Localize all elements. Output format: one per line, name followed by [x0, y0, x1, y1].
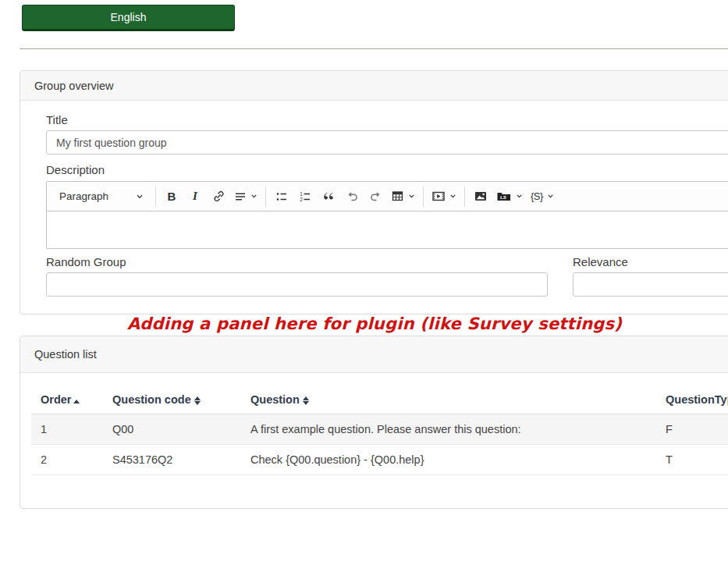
ls-expression-dropdown[interactable]: {S} — [527, 185, 558, 208]
cell-question-type: F — [656, 414, 728, 445]
question-list-panel: Question list Order Question code Questi… — [20, 336, 728, 509]
title-label: Title — [46, 113, 728, 126]
plugin-panel-notice: Adding a panel here for plugin (like Sur… — [0, 314, 728, 333]
question-list-panel-title: Question list — [20, 336, 728, 373]
title-input[interactable] — [46, 130, 728, 155]
chevron-down-icon — [136, 193, 144, 201]
cell-order: 2 — [31, 445, 103, 475]
toolbar-separator — [155, 187, 156, 207]
bulleted-list-icon — [275, 190, 288, 203]
description-editor-content[interactable] — [47, 211, 728, 248]
table-icon — [391, 190, 404, 203]
align-left-icon — [234, 190, 247, 203]
cell-question-code: S453176Q2 — [103, 445, 241, 475]
undo-icon — [346, 190, 359, 203]
description-field-group: Description Paragraph B I — [46, 163, 728, 249]
question-table-container: Order Question code Question QuestionTyp… — [31, 386, 728, 475]
bold-icon: B — [168, 190, 176, 203]
svg-text:2: 2 — [300, 197, 303, 202]
table-row[interactable]: 2 S453176Q2 Check {Q00.question} - {Q00.… — [31, 445, 728, 475]
numbered-list-button[interactable]: 1 2 — [293, 185, 317, 208]
block-quote-button[interactable] — [317, 185, 340, 208]
bulleted-list-button[interactable] — [270, 185, 293, 208]
sort-asc-icon — [73, 393, 80, 406]
question-table: Order Question code Question QuestionTyp… — [31, 386, 728, 475]
redo-button[interactable] — [364, 185, 387, 208]
column-header-question-code[interactable]: Question code — [103, 386, 241, 414]
svg-text:1: 1 — [300, 190, 303, 196]
group-overview-panel-title: Group overview — [20, 71, 728, 101]
language-tab-english[interactable]: English — [22, 5, 235, 31]
chevron-down-icon — [449, 193, 456, 200]
random-group-label: Random Group — [46, 255, 548, 268]
column-header-question-type: QuestionType — [656, 386, 728, 414]
chevron-down-icon — [408, 193, 415, 200]
sort-icon — [303, 396, 309, 405]
block-quote-icon — [322, 190, 336, 203]
redo-icon — [369, 190, 382, 203]
random-group-input[interactable] — [46, 272, 548, 297]
insert-table-dropdown[interactable] — [387, 185, 419, 208]
toolbar-separator — [423, 187, 424, 207]
relevance-label: Relevance — [573, 255, 728, 268]
table-header-row: Order Question code Question QuestionTyp… — [31, 386, 728, 414]
cell-question: A first example question. Please answer … — [241, 414, 656, 445]
image-icon — [474, 190, 488, 203]
random-group-field-group: Random Group — [46, 255, 548, 297]
cell-order: 1 — [31, 414, 103, 445]
link-button[interactable] — [207, 185, 230, 208]
section-divider — [20, 48, 728, 49]
toolbar-separator — [464, 187, 465, 207]
cell-question: Check {Q00.question} - {Q00.help} — [241, 445, 656, 475]
editor-toolbar: Paragraph B I — [47, 182, 728, 211]
cell-question-type: T — [656, 445, 728, 475]
toolbar-separator — [265, 187, 266, 207]
numbered-list-icon: 1 2 — [299, 190, 311, 203]
description-label: Description — [46, 163, 728, 176]
cell-question-code: Q00 — [103, 414, 241, 445]
svg-text:LS: LS — [500, 195, 506, 200]
paragraph-style-dropdown[interactable]: Paragraph — [51, 185, 151, 208]
ls-folder-icon: LS — [496, 190, 512, 203]
paragraph-style-label: Paragraph — [59, 190, 108, 202]
insert-image-button[interactable] — [469, 185, 492, 208]
relevance-field-group: Relevance — [573, 255, 728, 297]
chevron-down-icon — [250, 193, 257, 200]
chevron-down-icon — [516, 193, 523, 200]
link-icon — [212, 190, 226, 203]
insert-media-dropdown[interactable] — [428, 185, 460, 208]
sort-icon — [194, 396, 201, 405]
bold-button[interactable]: B — [160, 185, 183, 208]
ls-expression-icon: {S} — [531, 190, 543, 202]
rich-text-editor: Paragraph B I — [46, 181, 728, 249]
chevron-down-icon — [547, 193, 554, 200]
column-header-order[interactable]: Order — [31, 386, 103, 414]
media-icon — [431, 190, 446, 203]
table-row[interactable]: 1 Q00 A first example question. Please a… — [31, 414, 728, 445]
text-alignment-dropdown[interactable] — [230, 185, 261, 208]
column-header-question[interactable]: Question — [241, 386, 656, 414]
relevance-input[interactable] — [573, 272, 728, 297]
italic-button[interactable]: I — [183, 185, 207, 208]
italic-icon: I — [193, 190, 197, 203]
title-field-group: Title — [46, 113, 728, 155]
undo-button[interactable] — [340, 185, 364, 208]
group-overview-panel: Group overview Title Description Paragra… — [20, 70, 728, 314]
ls-file-manager-dropdown[interactable]: LS — [492, 185, 527, 208]
